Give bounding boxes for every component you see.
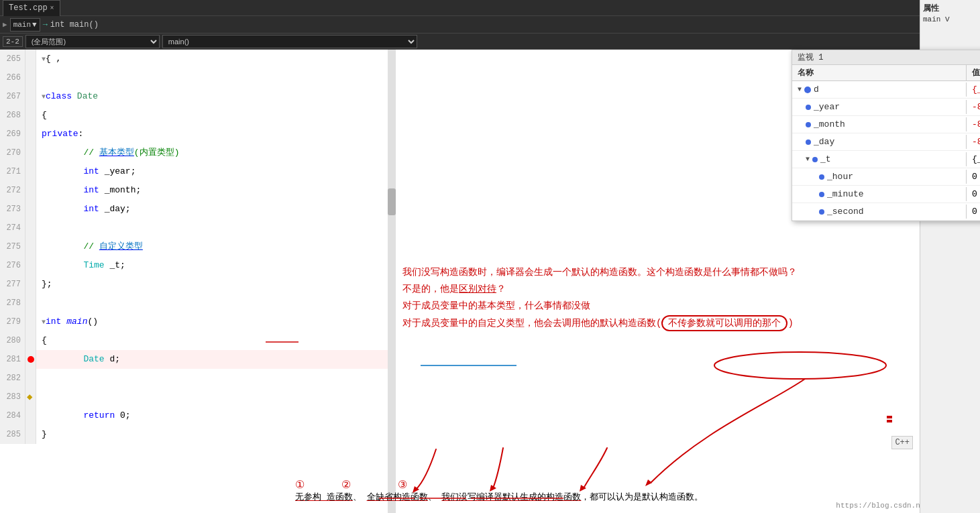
watch-row-d-name: ▼ d: [792, 82, 967, 97]
code-line-265: 265 ▼{ ,: [0, 50, 396, 68]
code-line-275: 275 // 自定义类型: [0, 237, 396, 256]
watch-columns: 名称 值: [792, 65, 980, 81]
code-line-283: 283 ◆: [0, 388, 396, 406]
watch-label-hour: _hour: [827, 172, 853, 182]
line-content-267: ▼class Date: [36, 87, 98, 107]
func-dropdown[interactable]: main(): [162, 35, 417, 48]
watch-row-day[interactable]: _day -858993460: [792, 133, 980, 151]
toolbar-row-2: 2-2 (全局范围) main() ⊞ ↕: [0, 34, 980, 50]
cpp-badge: C++: [891, 436, 913, 449]
code-lines-container: 265 ▼{ , 266 267 ▼class Date 268 {: [0, 50, 396, 513]
annotation-line1: 我们没写构造函数时，编译器会生成一个默认的构造函数。这个构造函数是什么事情都不做…: [402, 264, 966, 281]
scope-dropdown[interactable]: (全局范围): [25, 35, 160, 48]
line-gutter-265: [25, 50, 36, 68]
watch-col-name-header: 名称: [792, 65, 967, 80]
watch-row-year[interactable]: _year -858993460: [792, 99, 980, 116]
watch-val-d: {_year=-858993460 _month=-858993460 _day…: [967, 82, 980, 97]
annotation-line2-pre: 不是的，他是: [402, 284, 459, 294]
code-editor[interactable]: 265 ▼{ , 266 267 ▼class Date 268 {: [0, 50, 396, 513]
line-content-276: Time _t;: [36, 256, 125, 275]
toolbar-row-1: ▶ main ▼ → int main() Go main V: [0, 16, 980, 34]
line-content-281: Date d;: [36, 350, 120, 369]
bottom-main-text: 无参构 造函数、 全缺省构造函数、 我们没写编译器默认生成的构造函数，都可以认为…: [295, 492, 703, 502]
arrow-marker: ◆: [27, 388, 32, 406]
code-line-268: 268 {: [0, 106, 396, 125]
watch-val-year: -858993460: [967, 100, 980, 114]
top-bar: Test.cpp × 属性: [0, 0, 980, 16]
annotation-qudai: 区别对待: [459, 284, 496, 294]
code-scrollbar-thumb[interactable]: [388, 188, 396, 215]
bottom-label-2: 全缺省构造函数: [367, 492, 428, 502]
code-line-276: 276 Time _t;: [0, 256, 396, 275]
nav-main-arrow: ▼: [32, 21, 37, 29]
line-num-283: 283: [0, 388, 25, 406]
line-num-274: 274: [0, 219, 25, 237]
breakpoint-281: [28, 356, 34, 363]
watch-dot-second: [819, 209, 824, 215]
code-line-270: 270 // 基本类型(内置类型): [0, 144, 396, 162]
nav-main-dropdown[interactable]: main ▼: [10, 18, 40, 32]
code-line-266: 266: [0, 68, 396, 87]
watch-label-minute: _minute: [827, 189, 864, 199]
watch-val-second: 0: [967, 205, 980, 219]
watch-row-second[interactable]: _second 0: [792, 203, 980, 221]
line-num-270: 270: [0, 144, 25, 162]
code-line-285: 285 }: [0, 425, 396, 444]
nav-main-label: main: [13, 21, 31, 29]
line-gutter-267: [25, 87, 36, 106]
line-num-277: 277: [0, 275, 25, 294]
nav-arrow-icon: →: [43, 20, 48, 30]
watch-row-year-name: _year: [792, 100, 967, 114]
code-scrollbar[interactable]: [388, 50, 396, 513]
code-line-273: 273 int _day;: [0, 200, 396, 219]
annotation-line2: 不是的，他是区别对待？: [402, 281, 966, 298]
line-gutter-274: [25, 219, 36, 237]
code-line-280: 280 {: [0, 331, 396, 350]
watch-expand-t[interactable]: ▼: [806, 156, 810, 163]
watch-expand-d[interactable]: ▼: [798, 86, 802, 93]
watch-row-d[interactable]: ▼ d {_year=-858993460 _month=-858993460 …: [792, 81, 980, 99]
line-num-278: 278: [0, 294, 25, 312]
watch-label-day: _day: [814, 137, 834, 147]
annotation-line4-post: ): [787, 318, 793, 329]
watch-dot-minute: [819, 192, 824, 197]
line-gutter-284: [25, 406, 36, 425]
line-num-268: 268: [0, 106, 25, 125]
watch-row-t[interactable]: ▼ _t {_hour=0 _minute=0 _second=0 }: [792, 151, 980, 168]
line-gutter-271: [25, 162, 36, 181]
line-gutter-269: [25, 125, 36, 144]
watch-row-second-name: _second: [792, 205, 967, 219]
bottom-label-3: 我们没写编译器默认生成的构造函数: [441, 492, 581, 502]
annotation-line2-post: ？: [496, 284, 506, 294]
close-tab-button[interactable]: ×: [50, 5, 54, 12]
watch-row-minute[interactable]: _minute 0: [792, 186, 980, 203]
line-gutter-285: [25, 425, 36, 444]
line-num-279: 279: [0, 312, 25, 331]
line-content-272: int _month;: [36, 181, 141, 200]
watch-dot-hour: [819, 174, 824, 180]
watch-header: 监视 1: [792, 50, 980, 65]
properties-main-label: main V: [923, 15, 977, 23]
file-tab[interactable]: Test.cpp ×: [3, 0, 60, 16]
line-content-279: ▼int main(): [36, 312, 98, 332]
code-line-278: 278: [0, 294, 396, 312]
line-gutter-282: [25, 369, 36, 388]
watch-row-hour-name: _hour: [792, 170, 967, 184]
watch-row-hour[interactable]: _hour 0: [792, 168, 980, 186]
watch-title: 监视 1: [798, 52, 823, 63]
watch-row-month[interactable]: _month -858993460: [792, 116, 980, 133]
line-gutter-268: [25, 106, 36, 125]
code-line-271: 271 int _year;: [0, 162, 396, 181]
line-num-285: 285: [0, 425, 25, 444]
line-gutter-279: [25, 312, 36, 331]
annotation-line4: 对于成员变量中的自定义类型，他会去调用他的默认构造函数(不传参数就可以调用的那个…: [402, 315, 966, 332]
line-gutter-270: [25, 144, 36, 162]
line-num-272: 272: [0, 181, 25, 200]
watch-dot-day: [806, 139, 811, 145]
code-line-279: 279 ▼int main(): [0, 312, 396, 331]
annotation-text: 我们没写构造函数时，编译器会生成一个默认的构造函数。这个构造函数是什么事情都不做…: [402, 264, 966, 332]
watch-val-t: {_hour=0 _minute=0 _second=0 }: [967, 152, 980, 166]
watch-label-t: _t: [820, 154, 831, 164]
line-num-269: 269: [0, 125, 25, 144]
annotation-highlight: 不传参数就可以调用的那个: [661, 315, 787, 331]
